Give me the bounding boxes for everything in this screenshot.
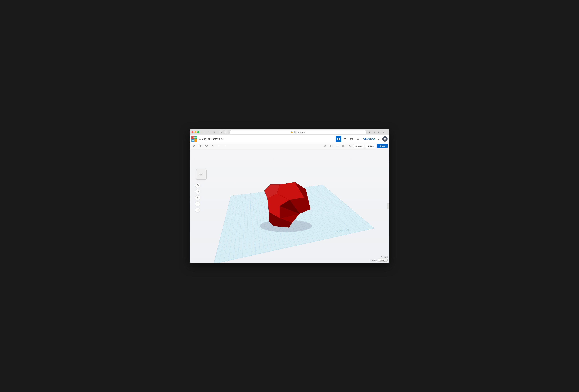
snap-grid-row: Snap Grid 1.0 mm ▾	[370, 259, 388, 262]
zoom-in-button[interactable]: +	[195, 195, 200, 200]
browser-window: ‹ › ⊞ ◉ ◎ 🔒 tinkercad.com ↺ ⬆ ⊡ ⊏ TIN	[190, 129, 389, 263]
svg-rect-5	[357, 138, 359, 140]
shape-tool-4[interactable]	[347, 143, 352, 149]
logo-ker: KER	[194, 136, 197, 139]
circuit-button[interactable]	[355, 136, 361, 142]
undo-button[interactable]: ←	[216, 143, 221, 149]
address-bar[interactable]: 🔒 tinkercad.com	[229, 130, 367, 134]
shapes-library-button[interactable]	[349, 136, 354, 142]
share-browser-button[interactable]: ⬆	[372, 130, 376, 134]
canvas-3d: BACK +	[190, 149, 389, 263]
minimize-button[interactable]	[194, 131, 196, 133]
svg-rect-3	[339, 139, 340, 140]
svg-rect-18	[344, 145, 345, 146]
svg-rect-20	[344, 146, 345, 147]
right-panel-toggle[interactable]: ‹	[387, 203, 389, 209]
user-icon-area[interactable]	[377, 136, 388, 142]
top-toolbar: TIN KER CAD ☰ Copy of Planter 3 V3	[190, 135, 389, 143]
edit-grid-button[interactable]: Edit Grid	[381, 256, 388, 258]
second-toolbar: ← →	[190, 143, 389, 149]
redo-button[interactable]: →	[222, 143, 227, 149]
browser-nav: ‹ ›	[202, 130, 211, 134]
svg-rect-0	[337, 138, 338, 139]
tab-overview-button[interactable]: ⊞	[212, 130, 217, 134]
zoom-out-button[interactable]: −	[195, 201, 200, 206]
svg-rect-2	[337, 139, 338, 140]
user-avatar[interactable]	[382, 136, 388, 142]
app-container: TIN KER CAD ☰ Copy of Planter 3 V3	[190, 135, 389, 263]
forward-nav-button[interactable]: ›	[207, 130, 211, 134]
svg-rect-12	[206, 145, 208, 146]
snap-dropdown-arrow: ▾	[385, 259, 386, 261]
share-button[interactable]: Share	[377, 144, 388, 148]
design-document-icon: ☰	[199, 137, 201, 140]
svg-rect-8	[194, 146, 195, 147]
right-tools: Import Export Share	[323, 143, 388, 149]
duplicate-button[interactable]	[204, 143, 209, 149]
left-controls: + −	[195, 183, 200, 212]
back-cube[interactable]: BACK	[196, 169, 207, 180]
snap-grid-value: 1.0 mm	[379, 259, 385, 261]
main-viewport[interactable]: BACK +	[190, 149, 389, 263]
tools-button[interactable]	[342, 136, 348, 142]
svg-point-13	[325, 145, 326, 146]
light-tool-button[interactable]	[323, 143, 328, 149]
logo-cad: CAD	[191, 139, 194, 142]
svg-point-14	[330, 145, 332, 147]
bottom-right-controls: Edit Grid Snap Grid 1.0 mm ▾	[370, 256, 388, 262]
rotate-view-button[interactable]	[195, 189, 200, 194]
whats-new-button[interactable]: What's New	[362, 137, 376, 141]
svg-point-16	[337, 146, 338, 146]
logo-tin: TIN	[191, 136, 194, 139]
snap-grid-dropdown[interactable]: 1.0 mm ▾	[378, 259, 388, 262]
shape-tool-3[interactable]	[341, 143, 346, 149]
traffic-lights	[191, 131, 199, 133]
extension-icon2: ◎	[224, 130, 228, 134]
back-label: BACK	[199, 173, 204, 175]
import-button[interactable]: Import	[353, 144, 364, 148]
fit-view-button[interactable]	[195, 208, 200, 212]
copy-button[interactable]	[191, 143, 197, 149]
delete-button[interactable]	[210, 143, 215, 149]
svg-point-6	[379, 138, 380, 139]
export-button[interactable]: Export	[365, 144, 376, 148]
svg-rect-17	[343, 145, 343, 146]
svg-rect-4	[350, 138, 353, 140]
reload-button[interactable]: ↺	[367, 130, 371, 134]
design-title[interactable]: Copy of Planter 3 V3	[202, 138, 223, 140]
user-menu-icon	[377, 137, 382, 141]
back-nav-button[interactable]: ‹	[202, 130, 206, 134]
svg-rect-19	[343, 146, 343, 147]
toolbar-right: What's New	[336, 136, 388, 142]
browser-titlebar: ‹ › ⊞ ◉ ◎ 🔒 tinkercad.com ↺ ⬆ ⊡ ⊏	[190, 129, 389, 135]
home-view-button[interactable]	[195, 183, 200, 188]
shape-tool-2[interactable]	[335, 143, 340, 149]
fullscreen-button[interactable]: ⊏	[382, 130, 386, 134]
logo-empty	[194, 139, 197, 142]
maximize-button[interactable]	[197, 131, 199, 133]
design-name-area: ☰ Copy of Planter 3 V3	[199, 137, 334, 140]
paste-button[interactable]	[198, 143, 203, 149]
tinkercad-logo[interactable]: TIN KER CAD	[191, 136, 197, 142]
lock-icon: 🔒	[291, 131, 293, 133]
extension-icon1: ◉	[219, 130, 223, 134]
grid-view-button[interactable]	[336, 136, 341, 142]
svg-point-31	[197, 191, 198, 192]
svg-point-7	[384, 138, 385, 139]
url-text: tinkercad.com	[294, 131, 305, 133]
svg-rect-1	[339, 138, 340, 139]
snap-grid-label: Snap Grid	[370, 259, 377, 261]
close-button[interactable]	[191, 131, 194, 133]
shape-tool-1[interactable]	[329, 143, 334, 149]
new-tab-button[interactable]: ⊡	[377, 130, 381, 134]
3d-object	[249, 175, 323, 234]
